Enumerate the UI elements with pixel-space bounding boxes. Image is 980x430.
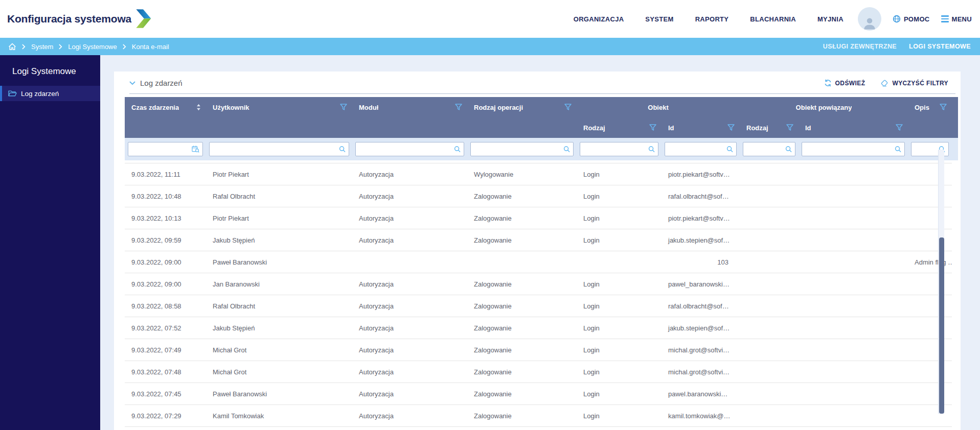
section-title-toggle[interactable]: Log zdarzeń — [129, 79, 183, 87]
cell-modul: Autoryzacja — [352, 295, 467, 317]
breadcrumb-bar: System Logi Systemowe Konta e-mail USŁUG… — [0, 38, 980, 55]
column-header-rodzaj-operacji[interactable]: Rodzaj operacji — [467, 97, 577, 117]
nav-item-system[interactable]: SYSTEM — [645, 15, 673, 23]
cell-obiekt-id: piotr.piekart@softv… — [662, 207, 740, 229]
cell-obiekt-rodzaj: Login — [577, 163, 662, 185]
cell-opis — [908, 229, 952, 251]
search-icon — [454, 146, 461, 153]
nav-item-raporty[interactable]: RAPORTY — [695, 15, 729, 23]
subcolumn-header-obiekt-rodzaj[interactable]: Rodzaj — [577, 117, 662, 138]
cell-powiazany-rodzaj — [740, 295, 799, 317]
filter-input-modul[interactable] — [355, 142, 464, 156]
table-scrollbar[interactable] — [938, 150, 944, 414]
filter-icon[interactable] — [896, 124, 903, 131]
breadcrumb-item-system[interactable]: System — [31, 43, 53, 51]
filter-input-obiekt-id[interactable] — [665, 142, 737, 156]
link-uslugi-zewnetrzne[interactable]: USŁUGI ZEWNĘTRZNE — [823, 43, 897, 50]
subcolumn-header-powiazany-id[interactable]: Id — [799, 117, 908, 138]
event-log-table: Czas zdarzenia Użytkownik Moduł — [125, 97, 958, 427]
chevron-right-icon — [59, 44, 62, 50]
refresh-button[interactable]: ODŚWIEŻ — [824, 79, 865, 87]
cell-powiazany-id — [799, 383, 908, 404]
cell-powiazany-id — [799, 273, 908, 295]
calendar-search-icon[interactable] — [192, 146, 199, 153]
cell-modul — [352, 251, 467, 273]
filter-input-obiekt-rodzaj[interactable] — [580, 142, 658, 156]
chevron-right-icon — [22, 44, 26, 50]
cell-powiazany-id — [799, 361, 908, 383]
table-row[interactable]: 9.03.2022, 10:48 Rafal Olbracht Autoryza… — [125, 185, 952, 207]
cell-czas-zdarzenia: 9.03.2022, 07:52 — [125, 317, 206, 339]
brand: Konfiguracja systemowa — [7, 9, 152, 29]
help-button[interactable]: POMOC — [893, 15, 930, 23]
cell-opis — [908, 273, 952, 295]
table-row[interactable]: 9.03.2022, 08:58 Rafal Olbracht Autoryza… — [125, 295, 952, 317]
breadcrumb: System Logi Systemowe Konta e-mail — [8, 43, 169, 51]
cell-obiekt-id: piotr.piekart@softv… — [662, 163, 740, 185]
subcolumn-header-obiekt-id[interactable]: Id — [662, 117, 740, 138]
filter-icon[interactable] — [564, 104, 572, 111]
filter-icon[interactable] — [455, 104, 462, 111]
menu-button[interactable]: MENU — [941, 15, 972, 23]
cell-rodzaj-operacji — [467, 251, 577, 273]
breadcrumb-item-logi-systemowe[interactable]: Logi Systemowe — [68, 43, 117, 51]
cell-modul: Autoryzacja — [352, 273, 467, 295]
filter-input-powiazany-id[interactable] — [802, 142, 905, 156]
filter-input-uzytkownik[interactable] — [209, 142, 349, 156]
nav-item-organizacja[interactable]: ORGANIZACJA — [574, 15, 624, 23]
table-row[interactable]: 9.03.2022, 07:45 Paweł Baranowski Autory… — [125, 383, 952, 405]
nav-item-blacharnia[interactable]: BLACHARNIA — [750, 15, 796, 23]
cell-uzytkownik: Paweł Baranowski — [206, 251, 352, 273]
column-header-modul[interactable]: Moduł — [352, 97, 467, 117]
table-row[interactable]: 9.03.2022, 07:49 Michał Grot Autoryzacja… — [125, 339, 952, 361]
filter-icon[interactable] — [727, 124, 735, 131]
table-row[interactable]: 9.03.2022, 09:00 Paweł Baranowski 103 Ad… — [125, 251, 952, 273]
cell-powiazany-id — [799, 185, 908, 207]
avatar[interactable] — [858, 7, 881, 31]
cell-rodzaj-operacji: Zalogowanie — [467, 207, 577, 229]
cell-powiazany-id — [799, 405, 908, 426]
scrollbar-thumb[interactable] — [939, 237, 944, 414]
cell-powiazany-rodzaj — [740, 317, 799, 339]
cell-czas-zdarzenia: 9.03.2022, 09:00 — [125, 251, 206, 273]
clear-filters-button[interactable]: WYCZYŚĆ FILTRY — [880, 80, 948, 87]
nav-item-myjnia[interactable]: MYJNIA — [817, 15, 844, 23]
cell-opis — [908, 317, 952, 339]
table-row[interactable]: 9.03.2022, 10:13 Piotr Piekart Autoryzac… — [125, 207, 952, 229]
table-row[interactable]: 9.03.2022, 09:00 Jan Baranowski Autoryza… — [125, 273, 952, 295]
cell-obiekt-id: jakub.stepien@sof… — [662, 229, 740, 251]
cell-uzytkownik: Jakub Stępień — [206, 317, 352, 339]
search-icon — [726, 146, 733, 153]
cell-obiekt-rodzaj: Login — [577, 185, 662, 207]
cell-rodzaj-operacji: Zalogowanie — [467, 317, 577, 339]
table-actions: ODŚWIEŻ WYCZYŚĆ FILTRY — [824, 79, 948, 87]
breadcrumb-item-konta-email[interactable]: Konta e-mail — [132, 43, 169, 51]
filter-icon[interactable] — [786, 124, 793, 131]
table-row[interactable]: 9.03.2022, 11:11 Piotr Piekart Autoryzac… — [125, 163, 952, 185]
filter-icon[interactable] — [340, 104, 347, 111]
table-row[interactable]: 9.03.2022, 09:59 Jakub Stępień Autoryzac… — [125, 229, 952, 251]
table-row[interactable]: 9.03.2022, 07:29 Kamil Tomkowiak Autoryz… — [125, 405, 952, 427]
cell-powiazany-id — [799, 295, 908, 317]
cell-modul: Autoryzacja — [352, 317, 467, 339]
column-header-opis[interactable]: Opis — [908, 97, 952, 117]
subcolumn-header-powiazany-rodzaj[interactable]: Rodzaj — [740, 117, 799, 138]
sort-icon[interactable] — [196, 104, 201, 111]
chevron-down-icon — [129, 81, 135, 85]
link-logi-systemowe[interactable]: LOGI SYSTEMOWE — [909, 43, 971, 50]
table-row[interactable]: 9.03.2022, 07:52 Jakub Stępień Autoryzac… — [125, 317, 952, 339]
cell-modul: Autoryzacja — [352, 405, 467, 426]
filter-icon[interactable] — [649, 124, 656, 131]
column-header-czas-zdarzenia[interactable]: Czas zdarzenia — [125, 97, 206, 117]
column-header-uzytkownik[interactable]: Użytkownik — [206, 97, 352, 117]
cell-uzytkownik: Rafal Olbracht — [206, 295, 352, 317]
home-icon[interactable] — [8, 43, 16, 51]
sidebar-item-log-zdarzen[interactable]: Log zdarzeń — [0, 86, 100, 101]
cell-obiekt-rodzaj: Login — [577, 405, 662, 426]
filter-input-rodzaj-operacji[interactable] — [470, 142, 574, 156]
cell-opis — [908, 295, 952, 317]
cell-modul: Autoryzacja — [352, 163, 467, 185]
filter-icon[interactable] — [940, 104, 947, 111]
table-row[interactable]: 9.03.2022, 07:48 Michał Grot Autoryzacja… — [125, 361, 952, 383]
cell-powiazany-id — [799, 251, 908, 273]
